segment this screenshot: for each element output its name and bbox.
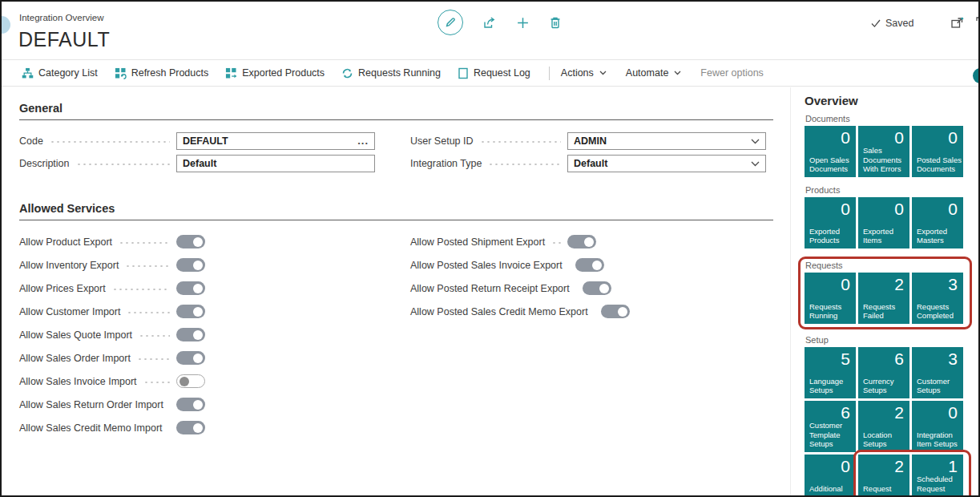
tile-open-sales-documents[interactable]: 0 Open Sales Documents [805,126,856,177]
user-setup-id-select[interactable]: ADMIN [567,132,766,150]
description-input[interactable]: Default [176,155,375,172]
allowed-services-section-header[interactable]: Allowed Services [19,202,773,220]
allow-posted-return-receipt-export-toggle[interactable] [583,281,611,295]
action-bar: Category List Refresh Products [2,59,978,87]
allow-sales-quote-import-toggle[interactable] [176,328,205,341]
popout-icon [950,17,964,30]
tile-value: 2 [894,457,904,476]
allow-prices-export-toggle[interactable] [176,281,205,295]
general-section-header[interactable]: General [19,102,773,120]
products-tile-group: 0 Exported Products 0 Exported Items 0 E… [805,197,978,248]
integration-type-select[interactable]: Default [567,155,766,172]
field-label: Allow Sales Return Order Import [19,399,163,410]
tile-integration-item-setups[interactable]: 0 Integration Item Setups [912,401,963,452]
tile-customer-setups[interactable]: 3 Customer Setups [912,347,963,398]
tile-currency-setups[interactable]: 6 Currency Setups [858,347,909,398]
tile-value: 2 [894,403,904,422]
breadcrumb[interactable]: Integration Overview [19,13,103,22]
tile-value: 0 [894,128,904,147]
tile-value: 0 [948,403,958,422]
tile-value: 0 [841,457,850,476]
tile-value: 0 [841,200,850,219]
card-content: General Code DEFAULT ... D [2,87,790,495]
code-input[interactable]: DEFAULT ... [176,132,375,150]
allow-posted-sales-credit-memo-export-toggle[interactable] [601,305,630,318]
tile-location-setups[interactable]: 2 Location Setups [858,401,909,452]
allow-sales-order-import-toggle[interactable] [176,351,205,365]
tile-exported-masters[interactable]: 0 Exported Masters [912,197,963,248]
toggle-row: Allow Posted Return Receipt Export [410,277,766,300]
toolbar-item-request-log[interactable]: Request Log [458,67,530,79]
edit-button[interactable] [438,10,463,35]
back-partial-circle-button[interactable] [0,16,10,34]
tile-request-setups[interactable]: 2 Request Setups [858,455,909,495]
tile-value: 0 [948,128,958,147]
tile-exported-products[interactable]: 0 Exported Products [805,197,856,248]
toolbar-item-requests-running[interactable]: Requests Running [341,67,441,79]
tile-additional-data-setups[interactable]: 0 Additional Data Setups [805,455,856,495]
toolbar-item-exported-products[interactable]: Exported Products [225,67,325,79]
dotted-leader [112,288,170,291]
allow-product-export-toggle[interactable] [176,235,205,248]
toolbar-item-category-list[interactable]: Category List [22,67,98,79]
toggle-row: Allow Sales Order Import [19,346,375,370]
allow-sales-credit-memo-import-toggle[interactable] [176,421,205,434]
tile-scheduled-request-setups[interactable]: 1 Scheduled Request Setups [912,455,963,495]
toggle-row: Allow Product Export [19,230,375,253]
allow-sales-invoice-import-toggle[interactable] [176,374,205,388]
tile-requests-completed[interactable]: 3 Requests Completed [912,273,963,324]
allow-sales-return-order-import-toggle[interactable] [176,398,205,411]
share-button[interactable] [482,15,497,30]
allow-posted-sales-invoice-export-toggle[interactable] [575,258,604,272]
dotted-leader [169,427,170,430]
overview-title: Overview [805,94,978,107]
new-button[interactable] [516,16,530,30]
tile-customer-template-setups[interactable]: 6 Customer Template Setups [805,401,856,452]
description-field-row: Description Default [19,152,375,175]
toggle-knob [179,377,189,386]
tile-label: Exported Products [809,227,854,244]
toggle-row: Allow Sales Credit Memo Import [19,416,375,439]
fewer-options-button[interactable]: Fewer options [700,67,764,79]
toolbar-item-label: Category List [38,67,98,79]
toggle-knob [193,400,203,410]
integration-type-field-row: Integration Type Default [410,152,766,175]
focus-mode-partial-icon[interactable] [976,17,980,28]
tile-label: Integration Item Setups [917,430,962,448]
tile-label: Requests Running [809,302,854,320]
tile-label: Open Sales Documents [809,156,854,173]
user-setup-id-value: ADMIN [574,135,751,147]
tile-exported-items[interactable]: 0 Exported Items [858,197,909,248]
allow-posted-shipment-export-toggle[interactable] [567,235,596,248]
tile-language-setups[interactable]: 5 Language Setups [805,347,856,398]
tile-posted-sales-documents[interactable]: 0 Posted Sales Documents [912,126,963,177]
field-label: Allow Posted Sales Credit Memo Export [410,306,588,317]
requests-tile-group: 0 Requests Running 2 Requests Failed 3 R… [805,273,963,324]
document-icon [458,67,469,79]
toggle-knob [618,307,627,317]
tile-requests-running[interactable]: 0 Requests Running [805,273,856,324]
open-in-new-window-button[interactable] [950,17,964,30]
field-label: Allow Sales Quote Import [19,329,132,341]
tile-requests-failed[interactable]: 2 Requests Failed [858,273,909,324]
actions-menu-label: Actions [561,67,594,79]
field-label: Allow Sales Credit Memo Import [19,422,163,434]
toggle-row: Allow Posted Shipment Export [410,230,766,253]
tile-label: Requests Failed [863,302,908,320]
tile-value: 5 [841,350,850,369]
chevron-down-icon[interactable] [751,139,760,144]
chevron-down-icon[interactable] [751,161,760,167]
assist-edit-button[interactable]: ... [357,138,369,144]
automate-menu[interactable]: Automate [626,67,682,79]
tile-value: 0 [841,128,850,147]
tile-label: Sales Documents With Errors [863,146,908,173]
toggle-knob [193,330,203,340]
allow-inventory-export-toggle[interactable] [176,258,205,272]
dotted-leader [139,334,170,337]
allow-customer-import-toggle[interactable] [176,305,205,318]
field-label: Allow Sales Order Import [19,353,131,364]
actions-menu[interactable]: Actions [561,67,607,79]
toolbar-item-refresh-products[interactable]: Refresh Products [115,67,209,79]
delete-button[interactable] [549,16,562,30]
tile-sales-documents-with-errors[interactable]: 0 Sales Documents With Errors [858,126,909,177]
